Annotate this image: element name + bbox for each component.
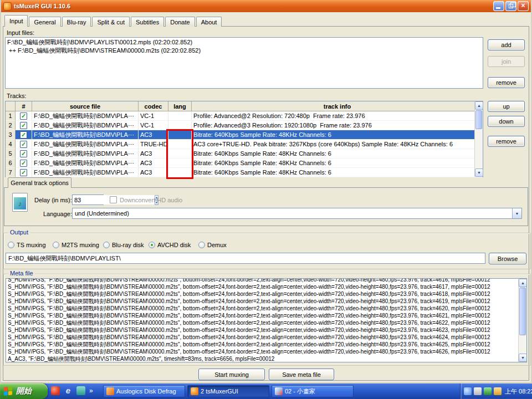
task-tsmuxergui[interactable]: 2 tsMuxerGUI — [187, 385, 269, 397]
track-row-3-selected[interactable]: 3 ✓ F:\BD_蝙蝠俠開戰時刻\BDMV\PLA··· AC3 Bitrat… — [6, 130, 483, 140]
header-lang[interactable]: lang — [168, 101, 192, 111]
row-number: 6 — [6, 158, 16, 168]
radio-demux[interactable]: Demux — [198, 241, 227, 249]
safety-tray-icon[interactable] — [484, 387, 492, 395]
task-label: 2 tsMuxerGUI — [201, 388, 238, 395]
general-track-options-tab[interactable]: General track options — [8, 177, 71, 188]
track-checkbox[interactable]: ✓ — [16, 140, 32, 149]
update-tray-icon[interactable] — [494, 387, 502, 395]
input-file-item[interactable]: F:\BD_蝙蝠俠開戰時刻\BDMV\PLAYLIST\00012.mpls (… — [7, 38, 481, 47]
track-row-5[interactable]: 5 ✓ F:\BD_蝙蝠俠開戰時刻\BDMV\PLA··· AC3 Bitrat… — [6, 149, 483, 158]
down-button[interactable]: down — [488, 116, 525, 127]
track-lang — [168, 149, 192, 158]
track-source: F:\BD_蝙蝠俠開戰時刻\BDMV\PLA··· — [32, 168, 139, 177]
input-files-list[interactable]: F:\BD_蝙蝠俠開戰時刻\BDMV\PLAYLIST\00012.mpls (… — [5, 37, 483, 89]
tab-split-cut[interactable]: Split & cut — [92, 17, 130, 27]
up-button[interactable]: up — [488, 101, 525, 112]
radio-bluray-disk[interactable]: Blu-ray disk — [103, 241, 144, 249]
track-checkbox[interactable]: ✓ — [16, 168, 32, 177]
tab-general[interactable]: General — [29, 17, 60, 27]
titlebar[interactable]: tsMuxeR GUI 1.10.6 × — [1, 0, 531, 12]
radio-label: TS muxing — [17, 242, 46, 248]
track-checkbox[interactable]: ✓ — [16, 121, 32, 130]
tab-about[interactable]: About — [196, 17, 222, 27]
header-num[interactable]: # — [16, 101, 32, 111]
track-row-1[interactable]: 1 ✓ F:\BD_蝙蝠俠開戰時刻\BDMV\PLA··· VC-1 Profi… — [6, 111, 483, 121]
quicklaunch-overflow-icon[interactable]: » — [89, 387, 93, 395]
input-file-item[interactable]: ++ F:\BD_蝙蝠俠開戰時刻\BDMV\STREAM\00000.m2ts … — [7, 47, 481, 55]
radio-label: M2TS muxing — [62, 242, 99, 248]
close-button[interactable]: × — [518, 1, 529, 11]
save-meta-file-button[interactable]: Save meta file — [269, 369, 334, 380]
scroll-down-icon[interactable]: ▼ — [519, 354, 527, 362]
tab-input[interactable]: Input — [4, 15, 28, 27]
tsmuxer-window: tsMuxeR GUI 1.10.6 × Input General Blu-r… — [0, 0, 532, 383]
tablet-pen-tray-icon[interactable] — [474, 387, 482, 395]
meta-file-textarea[interactable]: S_HDMV/PGS, "F:\BD_蝙蝠俠開戰時刻\BDMV\STREAM\0… — [6, 278, 527, 362]
show-desktop-icon[interactable] — [76, 386, 85, 395]
minimize-icon — [496, 7, 500, 9]
restore-button[interactable] — [505, 1, 516, 11]
radio-circle-icon — [53, 242, 59, 248]
meta-file-group-label: Meta file — [8, 270, 35, 277]
meta-scrollbar[interactable]: ▲ ▼ — [518, 279, 526, 362]
radio-ts-muxing[interactable]: TS muxing — [8, 241, 46, 249]
close-icon: × — [521, 2, 525, 9]
delay-stepper[interactable]: ▲ ▼ — [72, 195, 104, 205]
tab-subtitles[interactable]: Subtitles — [131, 17, 164, 27]
browse-button[interactable]: Browse — [489, 253, 526, 264]
scroll-thumb[interactable] — [475, 110, 482, 129]
track-codec: AC3 — [139, 130, 168, 140]
messenger-tray-icon[interactable] — [464, 387, 472, 395]
add-button[interactable]: add — [488, 39, 525, 50]
scroll-up-icon[interactable]: ▲ — [475, 101, 483, 110]
track-checkbox[interactable]: ✓ — [16, 111, 32, 121]
track-checkbox[interactable]: ✓ — [16, 149, 32, 158]
meta-line: S_HDMV/PGS, "F:\BD_蝙蝠俠開戰時刻\BDMV\STREAM\0… — [8, 305, 517, 312]
tab-bluray[interactable]: Blu-ray — [62, 17, 91, 27]
paint-app-icon — [275, 387, 283, 395]
track-source: F:\BD_蝙蝠俠開戰時刻\BDMV\PLA··· — [32, 149, 139, 158]
system-tray: 上午 08:22 — [460, 383, 532, 399]
header-codec[interactable]: codec — [139, 101, 168, 111]
tracks-scrollbar[interactable]: ▲ ▼ — [474, 101, 483, 177]
clock[interactable]: 上午 08:22 — [505, 387, 532, 396]
header-row-number — [6, 101, 16, 111]
output-group-label: Output — [8, 229, 30, 236]
minimize-button[interactable] — [493, 1, 504, 11]
remove-track-button[interactable]: remove — [488, 136, 525, 147]
track-info: Profile: Advanced@2 Resolution: 720:480p… — [192, 111, 483, 121]
track-checkbox[interactable]: ✓ — [16, 158, 32, 168]
radio-avchd-disk[interactable]: AVCHD disk — [149, 241, 191, 249]
header-source-file[interactable]: source file — [32, 101, 139, 111]
language-select[interactable]: und (Undetermined) ▼ — [72, 208, 522, 219]
track-row-4[interactable]: 4 ✓ F:\BD_蝙蝠俠開戰時刻\BDMV\PLA··· TRUE-HD AC… — [6, 140, 483, 149]
track-row-7[interactable]: 7 ✓ F:\BD_蝙蝠俠開戰時刻\BDMV\PLA··· AC3 Bitrat… — [6, 168, 483, 177]
track-options-panel — [4, 187, 528, 226]
remove-file-button[interactable]: remove — [488, 77, 525, 88]
track-codec: AC3 — [139, 158, 168, 168]
task-auslogics[interactable]: Auslogics Disk Defrag — [103, 385, 185, 397]
restore-icon — [509, 4, 513, 8]
tab-donate[interactable]: Donate — [165, 17, 195, 27]
start-button[interactable]: 開始 — [0, 383, 48, 399]
track-lang — [168, 111, 192, 121]
start-muxing-button[interactable]: Start muxing — [198, 369, 265, 380]
dropdown-icon[interactable]: ▼ — [512, 208, 521, 218]
scroll-down-icon[interactable]: ▼ — [475, 168, 483, 177]
defrag-app-icon — [106, 387, 114, 395]
scroll-up-icon[interactable]: ▲ — [519, 279, 527, 287]
task-paint[interactable]: 02 - 小畫家 — [272, 385, 354, 397]
track-checkbox[interactable]: ✓ — [16, 130, 32, 140]
checkbox-check-icon: ✓ — [20, 160, 27, 167]
media-player-icon[interactable] — [51, 386, 60, 395]
track-row-6[interactable]: 6 ✓ F:\BD_蝙蝠俠開戰時刻\BDMV\PLA··· AC3 Bitrat… — [6, 158, 483, 168]
output-path-input[interactable] — [6, 253, 485, 264]
radio-circle-icon — [103, 242, 110, 248]
track-row-2[interactable]: 2 ✓ F:\BD_蝙蝠俠開戰時刻\BDMV\PLA··· VC-1 Profi… — [6, 121, 483, 130]
radio-m2ts-muxing[interactable]: M2TS muxing — [53, 241, 99, 249]
internet-explorer-icon[interactable]: e — [64, 386, 73, 395]
scroll-thumb[interactable] — [519, 288, 526, 335]
header-track-info[interactable]: track info — [192, 101, 483, 111]
row-number: 5 — [6, 149, 16, 158]
